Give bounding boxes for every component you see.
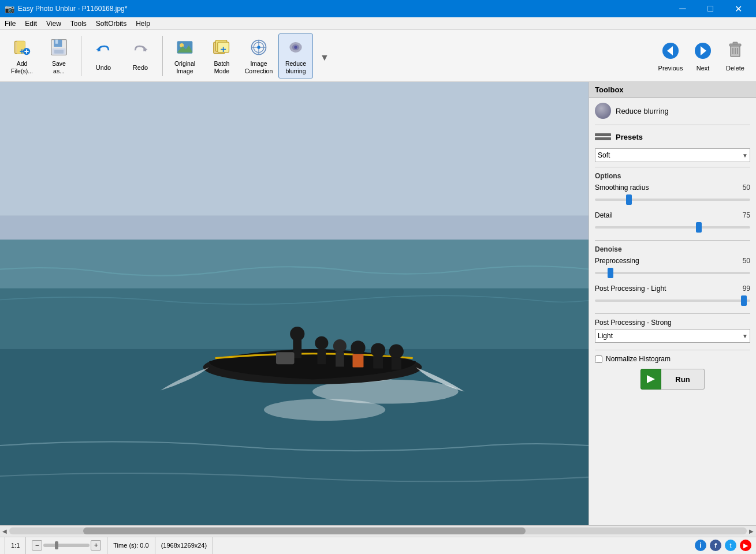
menubar: File Edit View Tools SoftOrbits Help [0,17,756,30]
svg-rect-9 [55,40,58,44]
run-button[interactable]: Run [661,369,704,390]
add-files-icon [12,37,32,58]
detail-label-row: Detail 75 [595,211,750,219]
menu-edit[interactable]: Edit [20,17,42,30]
reduce-blurring-icon [285,37,306,58]
svg-rect-41 [0,215,589,239]
toolbox-title: Toolbox [589,82,756,98]
detail-slider-bg [595,226,750,229]
next-button[interactable]: Next [687,33,719,78]
menu-tools[interactable]: Tools [66,17,91,30]
maximize-button[interactable]: □ [697,0,724,17]
image-correction-label: ImageCorrection [245,60,273,74]
scrollbar-area[interactable]: ◀ ▶ [0,526,756,537]
post-processing-light-label-row: Post Processing - Light 99 [595,285,750,293]
svg-point-54 [333,339,347,353]
reduce-blurring-header: Reduce blurring [595,103,750,119]
svg-rect-11 [54,50,64,53]
delete-icon [725,40,746,62]
redo-button[interactable]: Redo [123,33,158,78]
run-icon-button[interactable] [640,369,661,390]
preprocessing-slider-handle[interactable] [608,268,613,278]
svg-rect-8 [54,40,62,47]
menu-help[interactable]: Help [131,17,155,30]
svg-rect-43 [0,240,589,289]
undo-button[interactable]: Undo [86,33,121,78]
app-icon: 📷 [5,4,14,13]
original-image-button[interactable]: OriginalImage [167,33,202,78]
post-processing-strong-select[interactable]: Light Medium Strong [595,329,750,343]
status-row: 1:1 − + Time (s): 0.0 (1968x1269x24) i f [0,537,756,554]
presets-icon [595,130,611,144]
svg-rect-53 [317,349,326,364]
svg-point-26 [257,46,260,48]
twitter-icon[interactable]: t [725,540,736,551]
zoom-slider-thumb[interactable] [55,541,58,549]
normalize-histogram-checkbox[interactable] [595,355,602,363]
facebook-icon[interactable]: f [710,540,721,551]
scrollbar-thumb[interactable] [83,527,526,534]
presets-bar-2 [595,137,611,140]
zoom-value: 1:1 [11,542,20,549]
smoothing-radius-label-row: Smoothing radius 50 [595,184,750,192]
svg-point-52 [315,336,328,350]
zoom-in-button[interactable]: + [91,540,101,551]
reduce-blurring-button[interactable]: Reduceblurring [278,33,313,78]
status-icons: i f t ▶ [695,540,751,551]
normalize-histogram-label[interactable]: Normalize Histogram [606,355,671,363]
menu-file[interactable]: File [0,17,20,30]
post-processing-strong-select-wrapper: Light Medium Strong ▼ [595,329,750,343]
zoom-slider-controls: − + [32,540,101,551]
denoise-title: Denoise [595,245,750,253]
presets-row: Presets [595,130,750,144]
batch-mode-label: BatchMode [214,60,230,74]
original-image-icon [174,37,195,58]
time-value: 0.0 [140,542,148,549]
detail-label: Detail [595,211,613,219]
minimize-button[interactable]: ─ [669,0,696,17]
info-icon[interactable]: i [695,540,706,551]
zoom-out-button[interactable]: − [32,540,42,551]
youtube-icon[interactable]: ▶ [740,540,751,551]
image-correction-icon [248,37,269,58]
scroll-left-arrow[interactable]: ◀ [2,528,7,534]
zoom-slider[interactable] [43,544,90,547]
svg-rect-36 [733,42,738,44]
toolbox-content: Reduce blurring Presets Soft Medium St [589,98,756,394]
delete-button[interactable]: Delete [719,33,751,78]
smoothing-radius-slider-bg [595,199,750,201]
canvas-area[interactable] [0,82,589,525]
denoise-section: Denoise Preprocessing 50 Post Proces [595,245,750,306]
close-button[interactable]: ✕ [725,0,751,17]
horizontal-scrollbar[interactable] [9,527,747,534]
nav-buttons: Previous Next [654,33,751,78]
post-processing-light-slider-handle[interactable] [741,295,747,306]
svg-point-50 [290,327,304,341]
previous-label: Previous [658,65,683,72]
scroll-right-arrow[interactable]: ▶ [749,528,754,534]
preprocessing-label: Preprocessing [595,257,639,265]
post-processing-strong-label-row: Post Processing - Strong [595,319,750,327]
menu-softorbits[interactable]: SoftOrbits [91,17,131,30]
svg-rect-61 [392,358,401,370]
undo-label: Undo [96,64,111,71]
smoothing-radius-slider-handle[interactable] [626,194,632,205]
image-display [0,82,589,525]
menu-view[interactable]: View [42,17,66,30]
titlebar-controls: ─ □ ✕ [669,0,751,17]
image-correction-button[interactable]: ImageCorrection [241,33,276,78]
save-button[interactable]: Saveas... [42,33,76,78]
post-processing-strong-label: Post Processing - Strong [595,319,672,327]
presets-section: Presets Soft Medium Strong Custom ▼ [595,130,750,162]
redo-icon [130,41,151,62]
post-processing-light-label: Post Processing - Light [595,285,666,293]
preprocessing-slider-bg [595,272,750,274]
batch-mode-button[interactable]: BatchMode [204,33,239,78]
previous-button[interactable]: Previous [654,33,687,78]
presets-label: Presets [616,133,643,141]
svg-rect-55 [336,352,344,366]
presets-select[interactable]: Soft Medium Strong Custom [595,148,750,162]
post-processing-light-slider-bg [595,300,750,302]
detail-slider-handle[interactable] [696,222,702,233]
add-files-button[interactable]: AddFile(s)... [5,33,39,78]
